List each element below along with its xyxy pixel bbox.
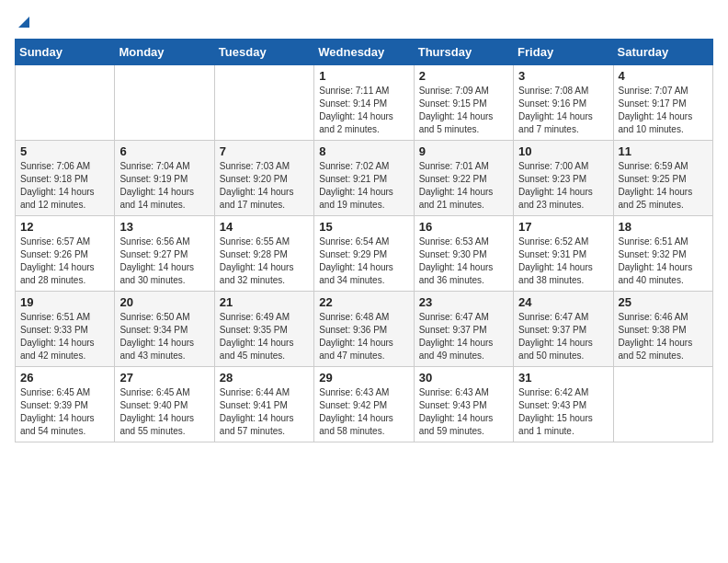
calendar-cell: 26Sunrise: 6:45 AMSunset: 9:39 PMDayligh… xyxy=(16,367,115,442)
day-number: 6 xyxy=(119,144,209,158)
day-number: 5 xyxy=(20,144,109,158)
day-number: 9 xyxy=(419,144,508,158)
day-info: Sunrise: 6:46 AMSunset: 9:38 PMDaylight:… xyxy=(619,311,708,362)
calendar-cell: 1Sunrise: 7:11 AMSunset: 9:14 PMDaylight… xyxy=(314,65,414,141)
day-info: Sunrise: 6:55 AMSunset: 9:28 PMDaylight:… xyxy=(220,236,309,287)
day-number: 25 xyxy=(619,295,708,309)
logo-triangle-icon xyxy=(17,15,31,29)
calendar-cell: 3Sunrise: 7:08 AMSunset: 9:16 PMDaylight… xyxy=(514,65,613,141)
day-number: 11 xyxy=(619,144,708,158)
calendar-week-row: 26Sunrise: 6:45 AMSunset: 9:39 PMDayligh… xyxy=(16,367,713,442)
day-info: Sunrise: 7:09 AMSunset: 9:15 PMDaylight:… xyxy=(419,85,508,136)
calendar-cell: 10Sunrise: 7:00 AMSunset: 9:23 PMDayligh… xyxy=(514,141,613,216)
day-number: 17 xyxy=(518,220,608,234)
day-info: Sunrise: 6:45 AMSunset: 9:40 PMDaylight:… xyxy=(119,386,209,438)
calendar-cell: 29Sunrise: 6:43 AMSunset: 9:42 PMDayligh… xyxy=(314,367,414,442)
day-number: 16 xyxy=(419,220,508,234)
day-number: 20 xyxy=(119,295,209,309)
day-number: 28 xyxy=(220,371,309,385)
calendar-week-row: 19Sunrise: 6:51 AMSunset: 9:33 PMDayligh… xyxy=(16,292,713,367)
day-info: Sunrise: 6:59 AMSunset: 9:25 PMDaylight:… xyxy=(619,160,708,212)
day-number: 12 xyxy=(20,220,109,234)
calendar-cell: 19Sunrise: 6:51 AMSunset: 9:33 PMDayligh… xyxy=(16,292,115,367)
calendar-cell: 20Sunrise: 6:50 AMSunset: 9:34 PMDayligh… xyxy=(115,292,214,367)
calendar-cell xyxy=(16,65,115,141)
day-info: Sunrise: 7:06 AMSunset: 9:18 PMDaylight:… xyxy=(20,160,109,212)
calendar-cell: 14Sunrise: 6:55 AMSunset: 9:28 PMDayligh… xyxy=(214,216,313,292)
day-number: 4 xyxy=(619,69,708,83)
calendar-cell xyxy=(214,65,313,141)
day-info: Sunrise: 6:57 AMSunset: 9:26 PMDaylight:… xyxy=(20,236,109,287)
svg-marker-0 xyxy=(18,17,29,28)
day-number: 7 xyxy=(220,144,309,158)
day-number: 29 xyxy=(319,371,408,385)
calendar-cell: 28Sunrise: 6:44 AMSunset: 9:41 PMDayligh… xyxy=(214,367,313,442)
day-number: 24 xyxy=(518,295,608,309)
calendar-week-row: 5Sunrise: 7:06 AMSunset: 9:18 PMDaylight… xyxy=(16,141,713,216)
day-info: Sunrise: 6:47 AMSunset: 9:37 PMDaylight:… xyxy=(419,311,508,362)
calendar-cell: 30Sunrise: 6:43 AMSunset: 9:43 PMDayligh… xyxy=(414,367,513,442)
day-number: 10 xyxy=(518,144,608,158)
day-info: Sunrise: 6:43 AMSunset: 9:43 PMDaylight:… xyxy=(419,386,508,438)
day-info: Sunrise: 6:49 AMSunset: 9:35 PMDaylight:… xyxy=(220,311,309,362)
weekday-header: Sunday xyxy=(16,40,115,65)
day-info: Sunrise: 7:04 AMSunset: 9:19 PMDaylight:… xyxy=(119,160,209,212)
calendar-cell: 21Sunrise: 6:49 AMSunset: 9:35 PMDayligh… xyxy=(214,292,313,367)
calendar-cell: 27Sunrise: 6:45 AMSunset: 9:40 PMDayligh… xyxy=(115,367,214,442)
day-info: Sunrise: 6:48 AMSunset: 9:36 PMDaylight:… xyxy=(319,311,408,362)
day-number: 21 xyxy=(220,295,309,309)
weekday-header: Friday xyxy=(514,40,613,65)
day-info: Sunrise: 6:44 AMSunset: 9:41 PMDaylight:… xyxy=(220,386,309,438)
calendar-cell: 16Sunrise: 6:53 AMSunset: 9:30 PMDayligh… xyxy=(414,216,513,292)
weekday-header: Tuesday xyxy=(214,40,313,65)
day-info: Sunrise: 7:00 AMSunset: 9:23 PMDaylight:… xyxy=(518,160,608,212)
calendar-header-row: SundayMondayTuesdayWednesdayThursdayFrid… xyxy=(16,40,713,65)
day-number: 8 xyxy=(319,144,408,158)
day-number: 23 xyxy=(419,295,508,309)
day-info: Sunrise: 7:02 AMSunset: 9:21 PMDaylight:… xyxy=(319,160,408,212)
calendar-cell: 18Sunrise: 6:51 AMSunset: 9:32 PMDayligh… xyxy=(613,216,712,292)
day-number: 1 xyxy=(319,69,408,83)
day-number: 27 xyxy=(119,371,209,385)
day-info: Sunrise: 7:08 AMSunset: 9:16 PMDaylight:… xyxy=(518,85,608,136)
day-info: Sunrise: 6:45 AMSunset: 9:39 PMDaylight:… xyxy=(20,386,109,438)
calendar-cell: 13Sunrise: 6:56 AMSunset: 9:27 PMDayligh… xyxy=(115,216,214,292)
weekday-header: Monday xyxy=(115,40,214,65)
calendar-cell: 22Sunrise: 6:48 AMSunset: 9:36 PMDayligh… xyxy=(314,292,414,367)
day-info: Sunrise: 6:54 AMSunset: 9:29 PMDaylight:… xyxy=(319,236,408,287)
day-info: Sunrise: 7:11 AMSunset: 9:14 PMDaylight:… xyxy=(319,85,408,136)
day-number: 2 xyxy=(419,69,508,83)
calendar-cell: 4Sunrise: 7:07 AMSunset: 9:17 PMDaylight… xyxy=(613,65,712,141)
day-info: Sunrise: 6:47 AMSunset: 9:37 PMDaylight:… xyxy=(518,311,608,362)
day-info: Sunrise: 6:56 AMSunset: 9:27 PMDaylight:… xyxy=(119,236,209,287)
weekday-header: Thursday xyxy=(414,40,513,65)
day-info: Sunrise: 6:42 AMSunset: 9:43 PMDaylight:… xyxy=(518,386,608,438)
weekday-header: Wednesday xyxy=(314,40,414,65)
calendar-table: SundayMondayTuesdayWednesdayThursdayFrid… xyxy=(15,39,713,442)
calendar-cell: 9Sunrise: 7:01 AMSunset: 9:22 PMDaylight… xyxy=(414,141,513,216)
day-number: 22 xyxy=(319,295,408,309)
calendar-cell xyxy=(613,367,712,442)
calendar-cell: 31Sunrise: 6:42 AMSunset: 9:43 PMDayligh… xyxy=(514,367,613,442)
day-info: Sunrise: 7:01 AMSunset: 9:22 PMDaylight:… xyxy=(419,160,508,212)
day-number: 3 xyxy=(518,69,608,83)
day-number: 19 xyxy=(20,295,109,309)
calendar-cell: 25Sunrise: 6:46 AMSunset: 9:38 PMDayligh… xyxy=(613,292,712,367)
day-info: Sunrise: 6:50 AMSunset: 9:34 PMDaylight:… xyxy=(119,311,209,362)
day-number: 13 xyxy=(119,220,209,234)
day-info: Sunrise: 7:03 AMSunset: 9:20 PMDaylight:… xyxy=(220,160,309,212)
day-info: Sunrise: 6:51 AMSunset: 9:32 PMDaylight:… xyxy=(619,236,708,287)
calendar-cell: 8Sunrise: 7:02 AMSunset: 9:21 PMDaylight… xyxy=(314,141,414,216)
calendar-cell: 2Sunrise: 7:09 AMSunset: 9:15 PMDaylight… xyxy=(414,65,513,141)
calendar-cell: 11Sunrise: 6:59 AMSunset: 9:25 PMDayligh… xyxy=(613,141,712,216)
day-info: Sunrise: 6:51 AMSunset: 9:33 PMDaylight:… xyxy=(20,311,109,362)
day-number: 14 xyxy=(220,220,309,234)
day-info: Sunrise: 6:52 AMSunset: 9:31 PMDaylight:… xyxy=(518,236,608,287)
calendar-cell: 15Sunrise: 6:54 AMSunset: 9:29 PMDayligh… xyxy=(314,216,414,292)
calendar-cell: 6Sunrise: 7:04 AMSunset: 9:19 PMDaylight… xyxy=(115,141,214,216)
day-number: 15 xyxy=(319,220,408,234)
calendar-cell: 24Sunrise: 6:47 AMSunset: 9:37 PMDayligh… xyxy=(514,292,613,367)
calendar-cell xyxy=(115,65,214,141)
day-number: 18 xyxy=(619,220,708,234)
logo-block xyxy=(15,15,31,29)
